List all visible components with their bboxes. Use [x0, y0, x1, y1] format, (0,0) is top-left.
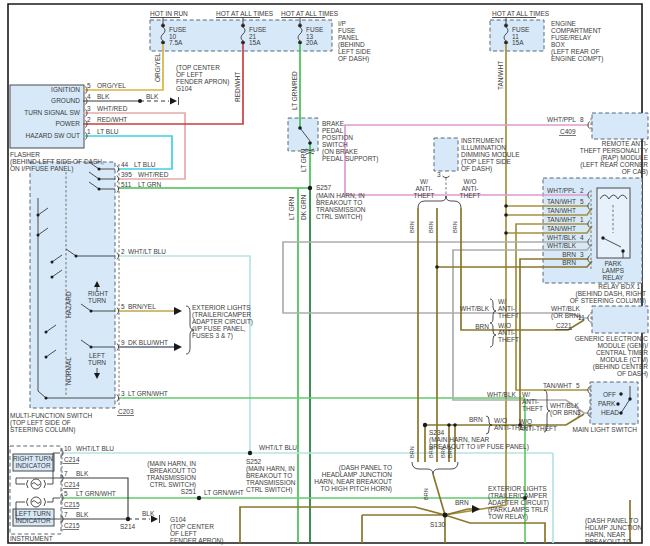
diagram-label: LEFT SIDE [338, 48, 371, 55]
diagram-label: 15A [512, 39, 524, 46]
diagram-label: WHT/BLK [547, 242, 577, 249]
splice-s257-dot [308, 186, 312, 190]
diagram-label: W/ [420, 178, 428, 185]
diagram-label: 9 [121, 339, 125, 346]
splice-s214: S214 [120, 523, 136, 530]
diagram-label: LT BLU [134, 161, 156, 168]
diagram-label: PEDAL [322, 127, 344, 134]
diagram-label: ANTI- [462, 185, 479, 192]
diagram-label: 44 [121, 161, 129, 168]
diagram-label: TAN/WHT [497, 61, 504, 90]
splice-s257: S257 [316, 184, 332, 191]
diagram-label: LT GRN [300, 148, 307, 172]
diagram-label: TURN SIGNAL SW [24, 109, 81, 116]
diagram-label: THEFT [498, 312, 519, 319]
diagram-label: OF CAB) [622, 168, 648, 176]
diagram-label: FUSE/RELAY [551, 34, 592, 41]
diagram-label: 4 [580, 234, 584, 241]
diagram-label: BRN [423, 488, 429, 500]
diagram-label: CENTRAL TIMER [596, 349, 648, 356]
diagram-label: GENERIC ELECTRONIC [575, 335, 649, 342]
diagram-label: BLK [76, 470, 89, 477]
diagram-label: TRANSMISSION [246, 479, 296, 486]
brn-merge-brace [412, 462, 458, 474]
diagram-label: TAN/WHT [547, 198, 576, 205]
diagram-label: BRN [455, 499, 469, 506]
diagram-label: BRN [447, 446, 453, 458]
diagram-label: STEERING COLUMN) [10, 426, 75, 434]
diagram-label: NORMAL [65, 357, 72, 385]
diagram-label: BRN [409, 221, 415, 233]
diagram-label: BREAKOUT TO [150, 467, 196, 474]
diagram-label: I/P [338, 20, 346, 27]
diagram-label: REMOTE ANTI- [602, 140, 648, 147]
diagram-label: BRN [452, 221, 458, 233]
diagram-label: (OR BRN) [550, 409, 580, 417]
diagram-label: POSITION [322, 134, 353, 141]
diagram-label: 3 [87, 105, 91, 112]
diagram-label: RED/WHT [234, 72, 241, 102]
splice-s234: S234 [429, 429, 445, 436]
diagram-label: FUSES 3 & 7) [192, 332, 233, 340]
diagram-label: WHT/BLK [487, 391, 517, 398]
diagram-label: OF DASH) [461, 165, 492, 173]
diagram-label: CTRL SWITCH) [316, 213, 362, 221]
diagram-label: HEAD [601, 409, 619, 416]
diagram-label: ILLUMINATION [461, 144, 506, 151]
diagram-label: 15A [249, 39, 261, 46]
splice-s214-dot [126, 517, 130, 521]
diagram-label: OF DASH) [338, 55, 369, 63]
arrow-icon [472, 505, 480, 513]
mls-caption: MAIN LIGHT SWITCH [572, 426, 637, 433]
diagram-label: POWER [55, 120, 80, 127]
header-hot-in-run: HOT IN RUN [150, 10, 188, 17]
diagram-label: BRN/YEL [128, 303, 156, 310]
diagram-label: OF LEFT [176, 71, 203, 78]
diagram-label: INSTRUMENT [461, 137, 504, 144]
diagram-label: 7.5A [169, 39, 183, 46]
diagram-label: BOX [551, 41, 565, 48]
ground-g104-top: G104 [176, 85, 192, 92]
diagram-label: BRN [562, 259, 576, 266]
diagram-label: HAZARD [65, 291, 72, 318]
diagram-label: 5 [121, 303, 125, 310]
diagram-label: 10 [64, 445, 72, 452]
diagram-label: ANTI- [498, 329, 515, 336]
diagram-label: LT GRN/WHT [204, 489, 244, 496]
diagram-label: 5 [87, 82, 91, 89]
ground-icon [170, 97, 179, 105]
diagram-label: DK GRN [300, 194, 307, 220]
diagram-label: ORG/YEL [154, 53, 161, 82]
diagram-label: HOT AT ALL TIMES [216, 10, 274, 17]
diagram-label: OFF [603, 391, 616, 398]
diagram-label: 7 [64, 470, 68, 477]
diagram-label: C214 [64, 481, 80, 488]
diagram-label: COMPARTMENT [551, 27, 601, 34]
diagram-label: 4 [87, 93, 91, 100]
diagram-label: 3 [577, 409, 581, 416]
diagram-label: IGNITION [51, 86, 80, 93]
diagram-label: LAMPS [602, 267, 625, 274]
diagram-label: HAZARD SW OUT [25, 132, 80, 139]
diagram-label: HARN, NEAR BREAKOUT [314, 478, 392, 485]
diagram-label: RED/WHT [97, 116, 127, 123]
diagram-label: LT GRN/WHT [76, 490, 116, 497]
splice-s234-dot [423, 423, 427, 427]
ground-g104-bottom: G104 [170, 516, 186, 523]
diagram-label: LT GRN/WHT [128, 390, 168, 397]
diagram-label: (OR BRN) [551, 312, 581, 320]
diagram-label: INDICATOR [15, 462, 50, 469]
diagram-label: LT GRN/RED [291, 71, 298, 110]
diagram-label: BRN [428, 221, 434, 233]
diagram-label: OF DASH) [617, 370, 648, 378]
diagram-label: PANEL [338, 34, 359, 41]
diagram-label: DK BLU/WHT [128, 339, 168, 346]
diagram-label: 1 [580, 216, 584, 223]
park-lamps-relay-box [597, 188, 630, 258]
diagram-label: 8 [580, 116, 584, 123]
diagram-label: BLK [146, 93, 159, 100]
diagram-label: ENGINE COMPT) [551, 55, 603, 63]
diagram-label: ORG/YEL [97, 82, 126, 89]
diagram-label: 395 [121, 171, 132, 178]
diagram-label: ON I/P FUSE PANEL) [10, 165, 73, 173]
